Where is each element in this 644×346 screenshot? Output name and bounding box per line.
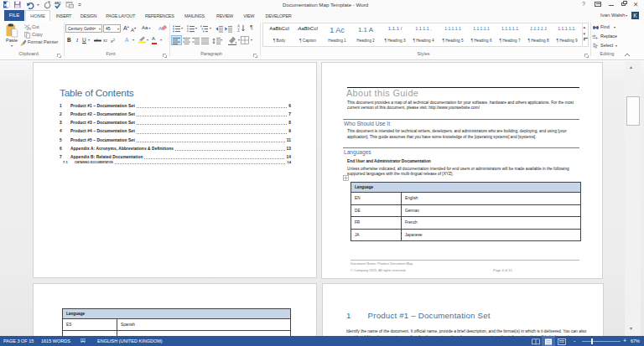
svg-text:ab: ab: [592, 34, 596, 38]
svg-text:Z: Z: [237, 28, 240, 33]
svg-text:A: A: [158, 26, 162, 31]
svg-text:ABC: ABC: [55, 2, 61, 5]
